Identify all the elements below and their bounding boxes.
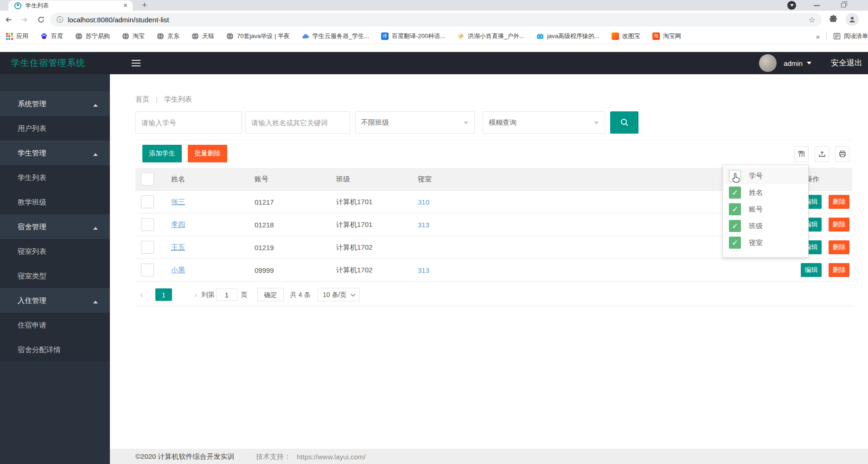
column-option-account[interactable]: 账号: [723, 201, 808, 218]
bookmark-tmall[interactable]: 天猫: [191, 32, 214, 40]
delete-button[interactable]: 删除: [829, 263, 849, 277]
browser-titlebar: 学生列表 × +: [0, 0, 868, 11]
sidebar-group-system[interactable]: 系统管理: [0, 91, 110, 116]
logout-link[interactable]: 安全退出: [831, 52, 862, 74]
breadcrumb-current: 学生列表: [164, 95, 192, 104]
chevron-up-icon: [93, 225, 98, 230]
delete-button[interactable]: 删除: [829, 240, 849, 254]
forward-icon[interactable]: [20, 16, 28, 24]
bookmark-java-projects[interactable]: 70套java毕设 | 半夜: [226, 32, 290, 40]
browser-update-icon[interactable]: [787, 1, 796, 10]
sidebar-group-checkin[interactable]: 入住管理: [0, 288, 110, 313]
bookmark-java-blog[interactable]: java高级程序猿的...: [536, 32, 600, 40]
site-info-icon[interactable]: ⓘ: [57, 16, 63, 24]
breadcrumb-home[interactable]: 首页: [135, 95, 149, 104]
sidebar-item-room-type[interactable]: 寝室类型: [0, 264, 110, 288]
confirm-page-button[interactable]: 确定: [257, 288, 284, 302]
user-menu[interactable]: admin: [784, 52, 811, 74]
column-option-class[interactable]: 班级: [723, 218, 808, 234]
batch-delete-button[interactable]: 批量删除: [188, 145, 227, 162]
maximize-button[interactable]: [841, 3, 846, 7]
bookmark-gaitubao[interactable]: 改图宝: [612, 32, 640, 40]
student-class: 计算机1701: [325, 198, 406, 206]
checkbox[interactable]: [729, 220, 741, 232]
checkbox[interactable]: [729, 187, 741, 199]
row-checkbox[interactable]: [141, 264, 154, 277]
new-tab-button[interactable]: +: [142, 0, 147, 10]
student-no-input[interactable]: [135, 111, 242, 134]
goto-page-input[interactable]: [216, 289, 237, 301]
filter-columns-button[interactable]: [794, 146, 809, 162]
room-link[interactable]: 313: [418, 266, 429, 274]
bookmarks-overflow-chevron[interactable]: »: [816, 32, 820, 40]
bookmark-taobao[interactable]: 淘宝: [122, 32, 145, 40]
export-button[interactable]: [815, 146, 829, 162]
keyword-input[interactable]: [245, 111, 350, 134]
reading-list-icon[interactable]: [833, 32, 841, 40]
sidebar-item-room-list[interactable]: 寝室列表: [0, 239, 110, 264]
minimize-button[interactable]: [814, 5, 820, 6]
checkbox[interactable]: [729, 237, 741, 249]
page-size-select[interactable]: 10 条/页: [318, 288, 360, 302]
browser-profile-avatar[interactable]: [846, 13, 859, 26]
current-page-button[interactable]: 1: [155, 289, 172, 301]
select-all-checkbox[interactable]: [141, 173, 154, 186]
extensions-icon[interactable]: [829, 15, 838, 24]
globe-icon: [191, 32, 199, 40]
sidebar-item-user-list[interactable]: 用户列表: [0, 116, 110, 141]
sidebar-item-accommodation-apply[interactable]: 住宿申请: [0, 313, 110, 337]
query-mode-select[interactable]: 模糊查询: [483, 111, 605, 134]
sidebar-item-teaching-class[interactable]: 教学班级: [0, 190, 110, 214]
sidebar-item-dorm-assignment[interactable]: 宿舍分配详情: [0, 337, 110, 362]
bookmark-taobao-site[interactable]: 淘 淘宝网: [652, 32, 681, 40]
row-checkbox[interactable]: [141, 195, 154, 208]
checkbox[interactable]: [729, 203, 741, 215]
collapse-menu-icon[interactable]: [132, 60, 140, 66]
card-divider: [135, 140, 852, 140]
address-bar[interactable]: ⓘ localhost:8080/admin/student-list ☆: [50, 13, 822, 26]
room-link[interactable]: 313: [418, 221, 429, 229]
next-page-icon[interactable]: ›: [194, 290, 197, 300]
tab-title: 学生列表: [26, 2, 122, 10]
reading-list-label[interactable]: 阅读清单: [844, 32, 868, 40]
bookmark-star-icon[interactable]: ☆: [809, 15, 815, 24]
sidebar-item-student-list[interactable]: 学生列表: [0, 165, 110, 190]
bookmark-suning[interactable]: 苏宁易购: [75, 32, 110, 40]
print-button[interactable]: [835, 146, 849, 162]
sidebar-group-dormitory[interactable]: 宿舍管理: [0, 214, 110, 239]
bookmarks-bar: 应用 百度 苏宁易购 淘宝 京东 天猫 70套java毕设 | 半夜 学生云服务…: [0, 29, 868, 44]
student-name-link[interactable]: 李四: [171, 220, 185, 228]
globe-icon: [75, 32, 83, 40]
support-link[interactable]: https://www.layui.com/: [297, 452, 365, 460]
row-checkbox[interactable]: [141, 218, 154, 231]
bookmark-live-stream[interactable]: 洪湖小肖直播_户外...: [457, 32, 524, 40]
sidebar-group-student[interactable]: 学生管理: [0, 141, 110, 165]
bookmark-cloud-server[interactable]: 学生云服务器_学生...: [302, 32, 369, 40]
row-checkbox[interactable]: [141, 241, 154, 254]
edit-button[interactable]: 编辑: [801, 263, 822, 277]
prev-page-icon[interactable]: ‹: [140, 290, 143, 300]
column-option-room[interactable]: 寝室: [723, 234, 808, 251]
hand-cursor-icon: [731, 173, 741, 185]
bookmark-apps[interactable]: 应用: [6, 32, 28, 40]
class-filter-select[interactable]: 不限班级: [355, 111, 475, 134]
delete-button[interactable]: 删除: [829, 195, 849, 209]
browser-tab[interactable]: 学生列表 ×: [8, 0, 133, 11]
delete-button[interactable]: 删除: [829, 218, 849, 232]
column-option-name[interactable]: 姓名: [723, 184, 808, 201]
reload-icon[interactable]: [37, 16, 45, 24]
student-name-link[interactable]: 张三: [171, 198, 185, 206]
bookmark-baidu[interactable]: 百度: [40, 32, 63, 40]
room-link[interactable]: 310: [418, 198, 429, 206]
bookmark-jd[interactable]: 京东: [157, 32, 179, 40]
add-student-button[interactable]: 添加学生: [142, 145, 182, 162]
tab-close-icon[interactable]: ×: [122, 2, 129, 9]
student-name-link[interactable]: 王五: [171, 243, 185, 251]
tv-icon: [536, 32, 544, 40]
student-name-link[interactable]: 小黑: [171, 266, 185, 274]
search-button[interactable]: [610, 111, 638, 134]
url-text[interactable]: localhost:8080/admin/student-list: [68, 16, 809, 24]
user-avatar[interactable]: [759, 54, 777, 72]
back-icon[interactable]: [5, 16, 13, 24]
bookmark-baidu-translate[interactable]: 译 百度翻译-200种语...: [381, 32, 445, 40]
